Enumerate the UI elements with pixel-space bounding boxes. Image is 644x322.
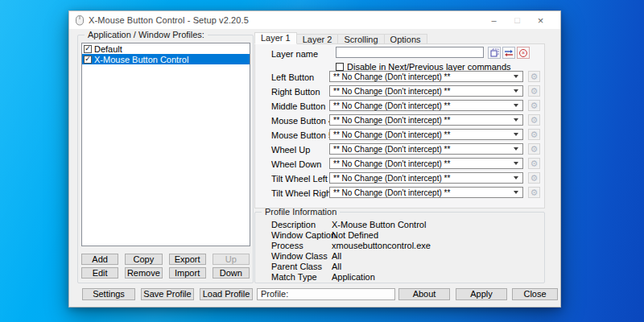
active-profile-field: Profile: (257, 288, 395, 300)
chevron-down-icon (514, 118, 518, 122)
mapping-row: Mouse Button 5 ** No Change (Don't inter… (255, 129, 544, 140)
settings-gear-button[interactable]: ⚙ (528, 187, 540, 198)
edit-button[interactable]: Edit (81, 267, 118, 279)
load-profile-button[interactable]: Load Profile (200, 288, 253, 300)
apply-button[interactable]: Apply (456, 288, 507, 300)
copy-layer-button[interactable] (488, 47, 501, 59)
mapping-row: Tilt Wheel Right ** No Change (Don't int… (255, 187, 544, 198)
profiles-list[interactable]: ✓ Default ✓ X-Mouse Button Control (81, 43, 250, 246)
button-mapping-rows: Left Button ** No Change (Don't intercep… (255, 71, 544, 201)
middle-button-dropdown[interactable]: ** No Change (Don't intercept) ** (329, 100, 523, 111)
tab-scrolling[interactable]: Scrolling (337, 34, 384, 44)
row-label: Middle Button (271, 101, 325, 111)
settings-gear-button[interactable]: ⚙ (528, 71, 540, 82)
mouse-button-5-dropdown[interactable]: ** No Change (Don't intercept) ** (329, 129, 523, 140)
settings-button[interactable]: Settings (82, 288, 135, 300)
wheel-up-dropdown[interactable]: ** No Change (Don't intercept) ** (329, 143, 523, 155)
swap-arrows-icon (504, 49, 514, 57)
checkbox-checked-icon[interactable]: ✓ (84, 56, 92, 64)
about-button[interactable]: About (398, 288, 450, 300)
info-row: Process xmousebuttoncontrol.exe (255, 240, 544, 250)
wheel-down-dropdown[interactable]: ** No Change (Don't intercept) ** (329, 158, 523, 169)
settings-gear-button[interactable]: ⚙ (528, 100, 540, 111)
reset-icon: × (519, 49, 527, 57)
desktop: { "window": { "title": "X-Mouse Button C… (0, 0, 644, 322)
info-row: Window Class All (255, 250, 544, 261)
list-item[interactable]: ✓ Default (82, 43, 250, 54)
chevron-down-icon (514, 89, 518, 93)
profiles-group-title: Application / Window Profiles: (85, 30, 208, 39)
window-title: X-Mouse Button Control - Setup v2.20.5 (89, 15, 249, 25)
settings-gear-button[interactable]: ⚙ (528, 143, 540, 155)
info-row: Description X-Mouse Button Control (255, 219, 544, 229)
import-button[interactable]: Import (169, 267, 206, 279)
titlebar[interactable]: X-Mouse Button Control - Setup v2.20.5 –… (69, 11, 560, 29)
profile-item-label: Default (94, 44, 122, 54)
tilt-wheel-right-dropdown[interactable]: ** No Change (Don't intercept) ** (329, 187, 523, 198)
left-button-dropdown[interactable]: ** No Change (Don't intercept) ** (329, 71, 523, 82)
close-icon[interactable]: × (529, 11, 552, 29)
row-label: Left Button (271, 72, 314, 82)
mapping-row: Wheel Down ** No Change (Don't intercept… (255, 158, 544, 169)
gear-icon: ⚙ (530, 188, 539, 197)
maximize-icon[interactable]: □ (506, 11, 529, 29)
chevron-down-icon (514, 176, 518, 180)
settings-gear-button[interactable]: ⚙ (528, 158, 540, 169)
mapping-row: Middle Button ** No Change (Don't interc… (255, 100, 544, 111)
checkbox-unchecked-icon[interactable] (336, 63, 344, 71)
tabstrip: Layer 1 Layer 2 Scrolling Options (254, 32, 427, 44)
minimize-icon[interactable]: – (482, 11, 506, 29)
chevron-down-icon (514, 191, 518, 194)
gear-icon: ⚙ (530, 72, 539, 81)
chevron-down-icon (514, 147, 518, 151)
layer1-panel: Layer name × Disable in Next/Previous la… (254, 43, 545, 208)
profile-buttons: Add Copy Export Up Edit Remove Import Do… (81, 254, 250, 279)
list-item-selected[interactable]: ✓ X-Mouse Button Control (82, 54, 250, 64)
row-label: Wheel Up (271, 145, 310, 155)
mapping-row: Tilt Wheel Left ** No Change (Don't inte… (255, 172, 544, 184)
tab-layer-2[interactable]: Layer 2 (296, 34, 339, 44)
close-button[interactable]: Close (512, 288, 558, 300)
up-button[interactable]: Up (213, 254, 250, 265)
chevron-down-icon (514, 104, 518, 107)
row-label: Tilt Wheel Right (271, 188, 333, 198)
app-mouse-icon (75, 14, 85, 26)
tilt-wheel-left-dropdown[interactable]: ** No Change (Don't intercept) ** (329, 172, 523, 184)
add-button[interactable]: Add (81, 254, 118, 265)
copy-button[interactable]: Copy (125, 254, 162, 265)
gear-icon: ⚙ (530, 130, 539, 139)
export-button[interactable]: Export (169, 254, 206, 265)
gear-icon: ⚙ (530, 87, 539, 96)
gear-icon: ⚙ (530, 116, 539, 125)
caption-buttons: – □ × (482, 11, 552, 29)
reset-layer-button[interactable]: × (517, 47, 530, 59)
settings-gear-button[interactable]: ⚙ (528, 114, 540, 126)
chevron-down-icon (514, 75, 518, 78)
mapping-row: Wheel Up ** No Change (Don't intercept) … (255, 143, 544, 155)
down-button[interactable]: Down (213, 267, 250, 279)
checkbox-checked-icon[interactable]: ✓ (84, 45, 92, 53)
save-profile-button[interactable]: Save Profile (141, 288, 194, 300)
profiles-groupbox: Application / Window Profiles: ✓ Default… (77, 35, 254, 283)
layer-name-input[interactable] (336, 47, 484, 58)
gear-icon: ⚙ (530, 159, 539, 168)
row-label: Mouse Button 4 (271, 116, 333, 126)
settings-gear-button[interactable]: ⚙ (528, 129, 540, 140)
settings-gear-button[interactable]: ⚙ (528, 172, 540, 184)
profile-info-groupbox: Profile Information Description X-Mouse … (254, 212, 545, 283)
row-label: Tilt Wheel Left (271, 174, 328, 184)
gear-icon: ⚙ (530, 174, 539, 183)
chevron-down-icon (514, 162, 518, 165)
mapping-row: Mouse Button 4 ** No Change (Don't inter… (255, 114, 544, 126)
gear-icon: ⚙ (530, 101, 539, 110)
mouse-button-4-dropdown[interactable]: ** No Change (Don't intercept) ** (329, 114, 523, 126)
tab-layer-1[interactable]: Layer 1 (254, 32, 297, 44)
right-button-dropdown[interactable]: ** No Change (Don't intercept) ** (329, 85, 523, 97)
settings-gear-button[interactable]: ⚙ (528, 85, 540, 97)
info-row: Window Caption Not Defined (255, 229, 544, 240)
remove-button[interactable]: Remove (125, 267, 162, 279)
tab-options[interactable]: Options (384, 34, 427, 44)
xmbc-window: X-Mouse Button Control - Setup v2.20.5 –… (68, 10, 561, 308)
row-label: Right Button (271, 87, 320, 97)
swap-layer-button[interactable] (502, 47, 515, 59)
